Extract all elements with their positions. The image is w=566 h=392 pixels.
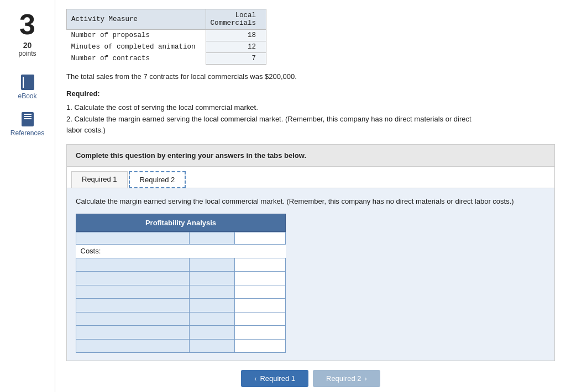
next-button[interactable]: Required 2 ›: [313, 370, 380, 387]
row4-num-input[interactable]: [192, 301, 232, 309]
complete-box-text: Complete this question by entering your …: [76, 151, 306, 160]
row1-result-input[interactable]: [237, 261, 283, 269]
row4-result-input[interactable]: [237, 301, 283, 309]
row-value-proposals: 18: [206, 30, 266, 41]
required-heading: Required:: [66, 88, 555, 100]
prev-button-label: Required 1: [260, 374, 295, 383]
total-sales-text: The total sales from the 7 contracts for…: [66, 72, 555, 81]
activity-measure-header: Activity Measure: [67, 9, 206, 30]
activity-table: Activity Measure LocalCommercials Number…: [66, 9, 266, 65]
row3-label-input[interactable]: [78, 288, 187, 296]
row1-num-input[interactable]: [192, 261, 232, 269]
question-number: 3: [19, 10, 35, 39]
references-icon: [19, 111, 36, 128]
table-row: [76, 285, 286, 299]
row6-num-input[interactable]: [192, 329, 232, 336]
nav-buttons: ‹ Required 1 Required 2 ›: [66, 370, 555, 392]
row2-num-input[interactable]: [192, 274, 232, 282]
required-item-2: 2. Calculate the margin earned serving t…: [66, 114, 555, 137]
row5-num-input[interactable]: [192, 315, 232, 323]
arrow-left-icon: ‹: [254, 374, 256, 383]
prof-table: Costs:: [76, 232, 286, 353]
required-item-1: 1. Calculate the cost of serving the loc…: [66, 102, 555, 114]
row-label-proposals: Number of proposals: [67, 30, 206, 41]
row4-label-input[interactable]: [78, 301, 187, 309]
table-row: [76, 272, 286, 285]
tabs-header: Required 1 Required 2: [67, 167, 554, 188]
row-label-contracts: Number of contracts: [67, 53, 206, 65]
table-row: [76, 258, 286, 272]
row2-label-input[interactable]: [78, 274, 187, 282]
row-value-contracts: 7: [206, 53, 266, 65]
row6-label-input[interactable]: [78, 329, 187, 336]
row3-result-input[interactable]: [237, 288, 283, 296]
row2-result-input[interactable]: [237, 274, 283, 282]
ebook-icon: [19, 74, 36, 91]
table-row: Minutes of completed animation 12: [67, 41, 266, 53]
required-section: Required: 1. Calculate the cost of servi…: [66, 88, 555, 136]
row7-result-input[interactable]: [237, 342, 283, 350]
table-row: Costs:: [76, 245, 286, 258]
profitability-analysis: Profitability Analysis: [76, 214, 286, 353]
references-nav-item[interactable]: References: [11, 111, 44, 137]
table-row: Number of contracts 7: [67, 53, 266, 65]
table-row: [76, 232, 286, 245]
tabs-container: Required 1 Required 2 Calculate the marg…: [66, 167, 555, 361]
arrow-right-icon: ›: [365, 374, 367, 383]
header-label-cell: [76, 232, 190, 245]
header-num-cell: [189, 232, 234, 245]
ebook-nav-item[interactable]: eBook: [18, 74, 36, 100]
table-row: [76, 312, 286, 326]
row3-num-input[interactable]: [192, 288, 232, 296]
points-label: points: [18, 50, 36, 57]
table-row: Number of proposals 18: [67, 30, 266, 41]
main-content: Activity Measure LocalCommercials Number…: [55, 0, 566, 392]
ebook-label: eBook: [18, 92, 36, 100]
local-commercials-header: LocalCommercials: [206, 9, 266, 30]
next-button-label: Required 2: [326, 374, 361, 383]
tab-required1[interactable]: Required 1: [71, 171, 128, 188]
sidebar: 3 20 points eBook References: [0, 0, 55, 392]
row6-result-input[interactable]: [237, 329, 283, 336]
row5-result-input[interactable]: [237, 315, 283, 323]
costs-label: Costs:: [78, 245, 103, 257]
row1-label-input[interactable]: [78, 261, 187, 269]
prev-button[interactable]: ‹ Required 1: [241, 370, 308, 387]
tab2-instruction: Calculate the margin earned serving the …: [76, 196, 546, 207]
complete-box: Complete this question by entering your …: [66, 144, 555, 167]
row5-label-input[interactable]: [78, 315, 187, 323]
table-row: [76, 299, 286, 312]
header-result-cell: [234, 232, 285, 245]
table-row: [76, 339, 286, 353]
references-label: References: [11, 129, 44, 137]
points-value: 20: [23, 41, 32, 50]
points-display: 20 points: [18, 41, 36, 57]
tab-required2[interactable]: Required 2: [129, 171, 186, 188]
row-value-animation: 12: [206, 41, 266, 53]
prof-table-title: Profitability Analysis: [76, 214, 286, 232]
row7-label-input[interactable]: [78, 342, 187, 350]
tab2-content: Calculate the margin earned serving the …: [67, 188, 554, 361]
table-row: [76, 326, 286, 340]
row-label-animation: Minutes of completed animation: [67, 41, 206, 53]
